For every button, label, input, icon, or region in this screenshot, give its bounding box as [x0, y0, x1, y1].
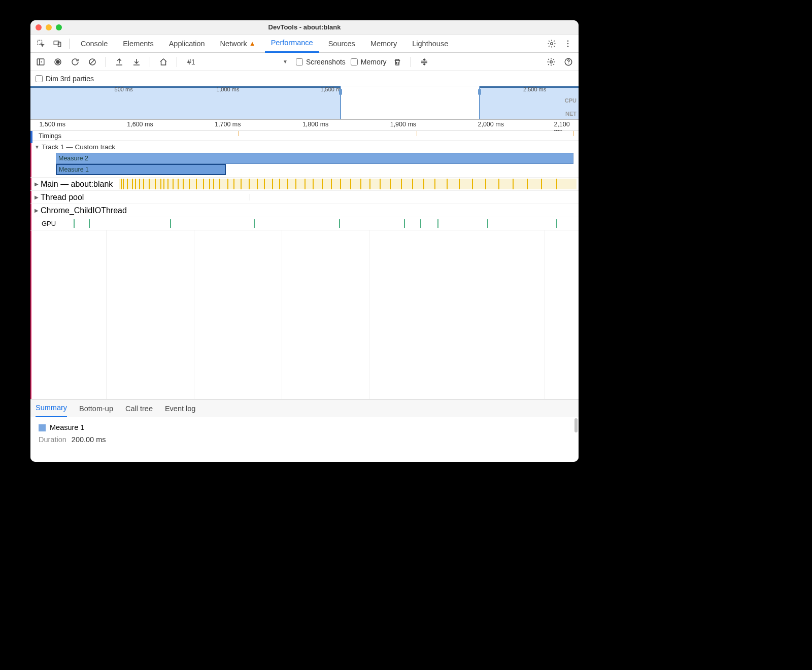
dim-3rd-parties-row: Dim 3rd parties	[30, 71, 579, 86]
main-label: Main — about:blank	[41, 180, 113, 189]
summary-panel: Measure 1 Duration200.00 ms	[30, 417, 579, 462]
summary-duration-value: 200.00 ms	[72, 436, 106, 444]
overview-tick: 2,500 ms	[523, 86, 546, 92]
childio-label: Chrome_ChildIOThread	[41, 206, 127, 215]
ruler-tick: 2,000 ms	[478, 121, 503, 128]
device-toolbar-icon[interactable]	[51, 37, 64, 50]
tab-application[interactable]: Application	[163, 35, 211, 53]
record-icon[interactable]	[52, 56, 64, 68]
window-title: DevTools - about:blank	[30, 23, 579, 31]
measure-1-bar[interactable]: Measure 1	[56, 164, 226, 175]
track-child-io[interactable]: ▶ Chrome_ChildIOThread	[30, 204, 579, 217]
svg-point-15	[550, 60, 553, 63]
tab-console[interactable]: Console	[75, 35, 114, 53]
track-gpu[interactable]: GPU	[30, 217, 579, 230]
help-icon[interactable]	[562, 56, 574, 68]
svg-point-3	[551, 42, 553, 45]
svg-line-12	[90, 60, 94, 64]
svg-point-17	[568, 63, 568, 64]
summary-duration-key: Duration	[39, 436, 66, 444]
overview-net-label: NET	[565, 111, 577, 117]
overview-tick: 1,000 ms	[216, 86, 239, 92]
main-tab-strip: Console Elements Application Network ▲ P…	[30, 35, 579, 53]
threadpool-label: Thread pool	[41, 193, 84, 202]
home-icon[interactable]	[157, 56, 170, 68]
tab-network[interactable]: Network ▲	[214, 35, 262, 53]
detail-ruler[interactable]: 1,500 ms 1,600 ms 1,700 ms 1,800 ms 1,90…	[30, 120, 579, 131]
detail-tab-event-log[interactable]: Event log	[165, 399, 195, 418]
ruler-tick: 1,500 ms	[39, 121, 65, 128]
svg-point-4	[567, 40, 569, 42]
measure-2-bar[interactable]: Measure 2	[56, 153, 573, 164]
ruler-tick: 1,600 ms	[127, 121, 153, 128]
ruler-tick: 1,700 ms	[215, 121, 241, 128]
gpu-label: GPU	[42, 220, 56, 227]
timings-label: Timings	[39, 132, 61, 140]
reload-record-icon[interactable]	[69, 56, 81, 68]
download-icon[interactable]	[130, 56, 143, 68]
titlebar: DevTools - about:blank	[30, 20, 579, 35]
perf-toolbar: #1 ▼ Screenshots Memory	[30, 53, 579, 71]
svg-point-10	[56, 60, 59, 63]
tab-lighthouse[interactable]: Lighthouse	[406, 35, 454, 53]
track-main[interactable]: ▶ Main — about:blank	[30, 178, 579, 191]
toggle-sidebar-icon[interactable]	[35, 56, 47, 68]
svg-point-6	[567, 45, 569, 47]
recording-selector[interactable]: #1 ▼	[184, 57, 291, 67]
more-icon[interactable]	[561, 37, 574, 50]
screenshots-checkbox[interactable]: Screenshots	[296, 58, 346, 66]
overview-selection[interactable]	[340, 86, 480, 119]
warning-icon: ▲	[249, 40, 256, 47]
dim-3rd-parties-checkbox[interactable]: Dim 3rd parties	[36, 75, 94, 83]
memory-checkbox[interactable]: Memory	[351, 58, 387, 66]
overview-tick: 500 ms	[115, 86, 133, 92]
detail-tab-strip: Summary Bottom-up Call tree Event log	[30, 399, 579, 417]
detail-tab-summary[interactable]: Summary	[36, 399, 67, 418]
summary-color-swatch	[39, 424, 46, 431]
track-timings[interactable]: Timings	[30, 131, 579, 141]
flame-chart-body[interactable]	[30, 230, 579, 399]
upload-icon[interactable]	[113, 56, 125, 68]
track-thread-pool[interactable]: ▶ Thread pool	[30, 191, 579, 204]
caret-down-icon: ▼	[283, 59, 288, 64]
timeline-overview[interactable]: 500 ms 1,000 ms 1,500 ms 2,000 ms 2,500 …	[30, 86, 579, 120]
track1-label: Track 1 — Custom track	[42, 143, 115, 151]
capture-settings-icon[interactable]	[545, 56, 557, 68]
clear-icon[interactable]	[86, 56, 98, 68]
overview-cpu-label: CPU	[565, 97, 577, 104]
inspect-icon[interactable]	[35, 37, 48, 50]
settings-icon[interactable]	[545, 37, 558, 50]
tracks-panel: Timings ▼Track 1 — Custom track Measure …	[30, 131, 579, 230]
ruler-tick: 1,800 ms	[302, 121, 328, 128]
tab-elements[interactable]: Elements	[117, 35, 159, 53]
svg-rect-7	[37, 59, 44, 65]
scrollbar-thumb[interactable]	[574, 418, 578, 432]
svg-point-5	[567, 43, 569, 44]
detail-tab-bottom-up[interactable]: Bottom-up	[79, 399, 113, 418]
summary-name: Measure 1	[50, 423, 85, 431]
track-custom-1[interactable]: ▼Track 1 — Custom track Measure 2 Measur…	[30, 141, 579, 178]
shortcuts-icon[interactable]	[418, 56, 430, 68]
tab-memory[interactable]: Memory	[364, 35, 403, 53]
detail-tab-call-tree[interactable]: Call tree	[125, 399, 153, 418]
devtools-window: DevTools - about:blank Console Elements …	[30, 20, 579, 462]
tab-network-label: Network	[220, 40, 247, 48]
recording-name: #1	[187, 58, 195, 66]
tab-sources[interactable]: Sources	[322, 35, 361, 53]
ruler-tick: 1,900 ms	[390, 121, 416, 128]
tab-performance[interactable]: Performance	[265, 35, 319, 53]
garbage-collect-icon[interactable]	[391, 56, 403, 68]
